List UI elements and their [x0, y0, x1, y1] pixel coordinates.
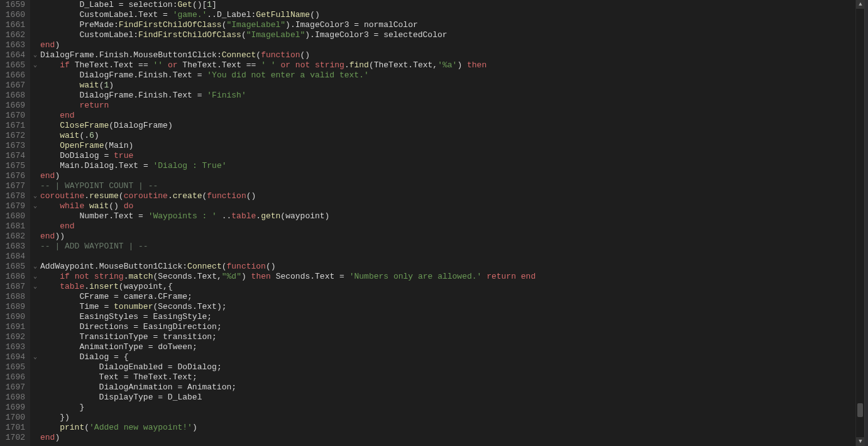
line-number[interactable]: 1668 [3, 91, 25, 101]
fold-marker[interactable] [30, 20, 40, 30]
vertical-scrollbar[interactable]: ▲ ▼ [855, 0, 864, 446]
fold-marker[interactable] [30, 131, 40, 141]
code-line[interactable]: Text = TheText.Text; [40, 372, 855, 382]
code-line[interactable]: EasingStyles = EasingStyle; [40, 312, 855, 322]
fold-marker[interactable] [30, 413, 40, 423]
fold-marker[interactable]: ⌄ [30, 352, 40, 362]
line-number-gutter[interactable]: 1659166016611662166316641665166616671668… [0, 0, 30, 446]
line-number[interactable]: 1670 [3, 111, 25, 121]
line-number[interactable]: 1696 [3, 372, 25, 382]
line-number[interactable]: 1672 [3, 131, 25, 141]
line-number[interactable]: 1665 [3, 60, 25, 70]
line-number[interactable]: 1663 [3, 40, 25, 50]
fold-marker[interactable]: ⌄ [30, 50, 40, 60]
code-line[interactable]: TransitionType = transition; [40, 332, 855, 342]
fold-marker[interactable] [30, 121, 40, 131]
line-number[interactable]: 1678 [3, 191, 25, 201]
fold-column[interactable]: ⌄⌄⌄⌄⌄⌄⌄⌄ [30, 0, 40, 446]
line-number[interactable]: 1666 [3, 70, 25, 81]
line-number[interactable]: 1677 [3, 181, 25, 191]
line-number[interactable]: 1695 [3, 362, 25, 372]
line-number[interactable]: 1662 [3, 30, 25, 40]
code-line[interactable]: end) [40, 433, 855, 443]
code-line[interactable]: PreMade:FindFirstChildOfClass("ImageLabe… [40, 20, 855, 30]
code-line[interactable]: DialogFrame.Finish.Text = 'Finish' [40, 91, 855, 101]
fold-marker[interactable] [30, 342, 40, 352]
fold-marker[interactable] [30, 40, 40, 50]
code-line[interactable]: }) [40, 413, 855, 423]
code-line[interactable]: if not string.match(Seconds.Text,"%d") t… [40, 272, 855, 282]
scrollbar-track[interactable] [856, 9, 864, 437]
line-number[interactable]: 1659 [3, 0, 25, 10]
code-line[interactable]: -- | ADD WAYPOINT | -- [40, 242, 855, 252]
line-number[interactable]: 1694 [3, 352, 25, 362]
code-line[interactable]: end [40, 111, 855, 121]
fold-marker[interactable] [30, 141, 40, 151]
line-number[interactable]: 1669 [3, 101, 25, 111]
fold-marker[interactable]: ⌄ [30, 60, 40, 70]
line-number[interactable]: 1688 [3, 292, 25, 302]
fold-marker[interactable] [30, 151, 40, 161]
line-number[interactable]: 1683 [3, 242, 25, 252]
line-number[interactable]: 1681 [3, 221, 25, 231]
code-line[interactable]: print('Added new waypoint!') [40, 423, 855, 433]
fold-marker[interactable] [30, 231, 40, 242]
code-line[interactable]: DialogFrame.Finish.MouseButton1Click:Con… [40, 50, 855, 60]
fold-marker[interactable] [30, 10, 40, 20]
fold-marker[interactable] [30, 433, 40, 443]
code-line[interactable]: Time = tonumber(Seconds.Text); [40, 302, 855, 312]
fold-marker[interactable] [30, 372, 40, 382]
code-line[interactable]: Main.Dialog.Text = 'Dialog : True' [40, 161, 855, 171]
scroll-down-arrow[interactable]: ▼ [856, 437, 865, 446]
code-line[interactable]: DialogAnimation = Animation; [40, 382, 855, 393]
code-line[interactable]: DisplayType = D_Label [40, 393, 855, 403]
code-line[interactable]: return [40, 101, 855, 111]
code-line[interactable]: } [40, 403, 855, 413]
code-line[interactable]: CustomLabel:FindFirstChildOfClass("Image… [40, 30, 855, 40]
code-line[interactable]: AnimationType = doTween; [40, 342, 855, 352]
code-line[interactable]: -- | WAYPOINT COUNT | -- [40, 181, 855, 191]
code-line[interactable]: DoDialog = true [40, 151, 855, 161]
code-line[interactable]: if TheText.Text == '' or TheText.Text ==… [40, 60, 855, 70]
code-line[interactable]: Number.Text = 'Waypoints : ' ..table.get… [40, 211, 855, 221]
line-number[interactable]: 1685 [3, 262, 25, 272]
fold-marker[interactable] [30, 362, 40, 372]
fold-marker[interactable] [30, 423, 40, 433]
line-number[interactable]: 1700 [3, 413, 25, 423]
code-line[interactable]: CustomLabel.Text = 'game.'..D_Label:GetF… [40, 10, 855, 20]
fold-marker[interactable] [30, 111, 40, 121]
line-number[interactable]: 1684 [3, 252, 25, 262]
code-area[interactable]: D_Label = selection:Get()[1] CustomLabel… [40, 0, 855, 446]
fold-marker[interactable]: ⌄ [30, 282, 40, 292]
code-line[interactable]: end [40, 221, 855, 231]
line-number[interactable]: 1687 [3, 282, 25, 292]
code-line[interactable]: DialogFrame.Finish.Text = 'You did not e… [40, 70, 855, 81]
code-line[interactable]: table.insert(waypoint,{ [40, 282, 855, 292]
code-line[interactable]: DialogEnabled = DoDialog; [40, 362, 855, 372]
line-number[interactable]: 1675 [3, 161, 25, 171]
line-number[interactable]: 1692 [3, 332, 25, 342]
line-number[interactable]: 1693 [3, 342, 25, 352]
fold-marker[interactable] [30, 91, 40, 101]
fold-marker[interactable]: ⌄ [30, 201, 40, 211]
line-number[interactable]: 1682 [3, 231, 25, 242]
line-number[interactable]: 1689 [3, 302, 25, 312]
line-number[interactable]: 1664 [3, 50, 25, 60]
fold-marker[interactable] [30, 242, 40, 252]
fold-marker[interactable] [30, 382, 40, 393]
fold-marker[interactable]: ⌄ [30, 262, 40, 272]
fold-marker[interactable] [30, 322, 40, 332]
code-line[interactable]: Directions = EasingDirection; [40, 322, 855, 332]
line-number[interactable]: 1661 [3, 20, 25, 30]
code-line[interactable]: while wait() do [40, 201, 855, 211]
code-line[interactable]: end) [40, 40, 855, 50]
code-line[interactable] [40, 252, 855, 262]
code-line[interactable]: coroutine.resume(coroutine.create(functi… [40, 191, 855, 201]
fold-marker[interactable] [30, 0, 40, 10]
code-line[interactable]: D_Label = selection:Get()[1] [40, 0, 855, 10]
line-number[interactable]: 1702 [3, 433, 25, 443]
scrollbar-thumb[interactable] [857, 403, 863, 417]
code-line[interactable]: wait(1) [40, 81, 855, 91]
fold-marker[interactable] [30, 181, 40, 191]
code-line[interactable]: CloseFrame(DialogFrame) [40, 121, 855, 131]
